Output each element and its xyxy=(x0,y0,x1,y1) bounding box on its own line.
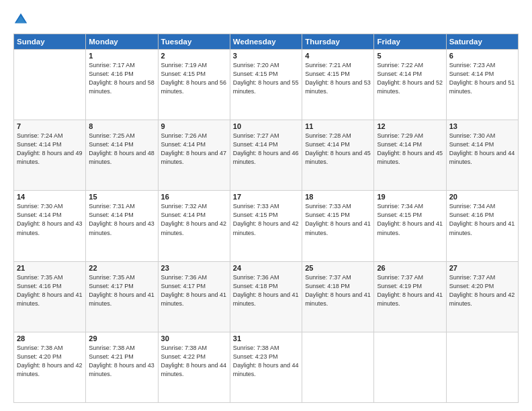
day-number: 11 xyxy=(305,122,371,130)
day-number: 28 xyxy=(17,334,83,342)
day-number: 19 xyxy=(377,193,443,201)
day-cell: 19Sunrise: 7:34 AMSunset: 4:15 PMDayligh… xyxy=(374,191,446,261)
week-row-2: 7Sunrise: 7:24 AMSunset: 4:14 PMDaylight… xyxy=(14,120,519,191)
day-number: 18 xyxy=(305,193,371,201)
day-number: 30 xyxy=(161,334,227,342)
weekday-header-tuesday: Tuesday xyxy=(158,34,230,50)
day-number: 29 xyxy=(89,334,154,342)
day-cell xyxy=(374,332,446,402)
day-cell: 13Sunrise: 7:30 AMSunset: 4:14 PMDayligh… xyxy=(446,120,518,191)
day-cell: 24Sunrise: 7:36 AMSunset: 4:18 PMDayligh… xyxy=(230,261,302,332)
day-info: Sunrise: 7:30 AMSunset: 4:14 PMDaylight:… xyxy=(17,202,83,237)
day-number: 14 xyxy=(17,193,83,201)
day-info: Sunrise: 7:27 AMSunset: 4:14 PMDaylight:… xyxy=(233,132,299,167)
day-cell: 2Sunrise: 7:19 AMSunset: 4:15 PMDaylight… xyxy=(158,50,230,120)
day-cell xyxy=(446,332,518,402)
day-cell: 25Sunrise: 7:37 AMSunset: 4:18 PMDayligh… xyxy=(302,261,374,332)
day-info: Sunrise: 7:35 AMSunset: 4:17 PMDaylight:… xyxy=(89,273,154,308)
weekday-header-monday: Monday xyxy=(86,34,158,50)
day-cell: 27Sunrise: 7:37 AMSunset: 4:20 PMDayligh… xyxy=(446,261,518,332)
day-number: 12 xyxy=(377,122,443,130)
day-info: Sunrise: 7:34 AMSunset: 4:15 PMDaylight:… xyxy=(377,202,443,237)
weekday-header-thursday: Thursday xyxy=(302,34,374,50)
day-info: Sunrise: 7:37 AMSunset: 4:18 PMDaylight:… xyxy=(305,273,371,308)
day-number: 8 xyxy=(89,122,154,130)
day-info: Sunrise: 7:24 AMSunset: 4:14 PMDaylight:… xyxy=(17,132,83,167)
day-cell: 30Sunrise: 7:38 AMSunset: 4:22 PMDayligh… xyxy=(158,332,230,402)
day-info: Sunrise: 7:34 AMSunset: 4:16 PMDaylight:… xyxy=(449,202,515,237)
day-cell: 16Sunrise: 7:32 AMSunset: 4:14 PMDayligh… xyxy=(158,191,230,261)
day-number: 25 xyxy=(305,264,371,272)
day-number: 17 xyxy=(233,193,299,201)
day-cell: 8Sunrise: 7:25 AMSunset: 4:14 PMDaylight… xyxy=(86,120,158,191)
weekday-header-saturday: Saturday xyxy=(446,34,518,50)
weekday-header-friday: Friday xyxy=(374,34,446,50)
day-cell: 10Sunrise: 7:27 AMSunset: 4:14 PMDayligh… xyxy=(230,120,302,191)
header xyxy=(13,12,519,27)
day-number: 21 xyxy=(17,264,83,272)
day-cell: 23Sunrise: 7:36 AMSunset: 4:17 PMDayligh… xyxy=(158,261,230,332)
week-row-5: 28Sunrise: 7:38 AMSunset: 4:20 PMDayligh… xyxy=(14,332,519,402)
day-number: 5 xyxy=(377,52,443,60)
day-info: Sunrise: 7:38 AMSunset: 4:22 PMDaylight:… xyxy=(161,344,227,379)
weekday-header-wednesday: Wednesday xyxy=(230,34,302,50)
day-info: Sunrise: 7:25 AMSunset: 4:14 PMDaylight:… xyxy=(89,132,154,167)
day-info: Sunrise: 7:38 AMSunset: 4:20 PMDaylight:… xyxy=(17,344,83,379)
day-cell: 20Sunrise: 7:34 AMSunset: 4:16 PMDayligh… xyxy=(446,191,518,261)
logo-icon xyxy=(13,12,28,27)
day-info: Sunrise: 7:31 AMSunset: 4:14 PMDaylight:… xyxy=(89,202,154,237)
day-number: 20 xyxy=(449,193,515,201)
day-cell: 3Sunrise: 7:20 AMSunset: 4:15 PMDaylight… xyxy=(230,50,302,120)
day-cell: 1Sunrise: 7:17 AMSunset: 4:16 PMDaylight… xyxy=(86,50,158,120)
day-info: Sunrise: 7:30 AMSunset: 4:14 PMDaylight:… xyxy=(449,132,515,167)
day-cell: 21Sunrise: 7:35 AMSunset: 4:16 PMDayligh… xyxy=(14,261,86,332)
day-info: Sunrise: 7:28 AMSunset: 4:14 PMDaylight:… xyxy=(305,132,371,167)
day-info: Sunrise: 7:29 AMSunset: 4:14 PMDaylight:… xyxy=(377,132,443,167)
day-info: Sunrise: 7:23 AMSunset: 4:14 PMDaylight:… xyxy=(449,61,515,96)
week-row-1: 1Sunrise: 7:17 AMSunset: 4:16 PMDaylight… xyxy=(14,50,519,120)
week-row-4: 21Sunrise: 7:35 AMSunset: 4:16 PMDayligh… xyxy=(14,261,519,332)
day-cell xyxy=(14,50,86,120)
day-info: Sunrise: 7:33 AMSunset: 4:15 PMDaylight:… xyxy=(233,202,299,237)
day-info: Sunrise: 7:20 AMSunset: 4:15 PMDaylight:… xyxy=(233,61,299,96)
day-cell: 15Sunrise: 7:31 AMSunset: 4:14 PMDayligh… xyxy=(86,191,158,261)
day-number: 7 xyxy=(17,122,83,130)
day-cell: 4Sunrise: 7:21 AMSunset: 4:15 PMDaylight… xyxy=(302,50,374,120)
day-info: Sunrise: 7:22 AMSunset: 4:14 PMDaylight:… xyxy=(377,61,443,96)
day-cell xyxy=(302,332,374,402)
day-cell: 14Sunrise: 7:30 AMSunset: 4:14 PMDayligh… xyxy=(14,191,86,261)
day-number: 24 xyxy=(233,264,299,272)
day-info: Sunrise: 7:26 AMSunset: 4:14 PMDaylight:… xyxy=(161,132,227,167)
day-cell: 6Sunrise: 7:23 AMSunset: 4:14 PMDaylight… xyxy=(446,50,518,120)
calendar-table: SundayMondayTuesdayWednesdayThursdayFrid… xyxy=(13,34,519,403)
day-number: 22 xyxy=(89,264,154,272)
day-info: Sunrise: 7:37 AMSunset: 4:20 PMDaylight:… xyxy=(449,273,515,308)
day-cell: 31Sunrise: 7:38 AMSunset: 4:23 PMDayligh… xyxy=(230,332,302,402)
day-info: Sunrise: 7:19 AMSunset: 4:15 PMDaylight:… xyxy=(161,61,227,96)
day-number: 9 xyxy=(161,122,227,130)
day-info: Sunrise: 7:33 AMSunset: 4:15 PMDaylight:… xyxy=(305,202,371,237)
day-number: 2 xyxy=(161,52,227,60)
day-info: Sunrise: 7:36 AMSunset: 4:17 PMDaylight:… xyxy=(161,273,227,308)
day-number: 31 xyxy=(233,334,299,342)
day-cell: 12Sunrise: 7:29 AMSunset: 4:14 PMDayligh… xyxy=(374,120,446,191)
day-cell: 22Sunrise: 7:35 AMSunset: 4:17 PMDayligh… xyxy=(86,261,158,332)
day-number: 16 xyxy=(161,193,227,201)
day-number: 23 xyxy=(161,264,227,272)
day-cell: 28Sunrise: 7:38 AMSunset: 4:20 PMDayligh… xyxy=(14,332,86,402)
day-info: Sunrise: 7:37 AMSunset: 4:19 PMDaylight:… xyxy=(377,273,443,308)
weekday-header-sunday: Sunday xyxy=(14,34,86,50)
day-number: 26 xyxy=(377,264,443,272)
day-number: 15 xyxy=(89,193,154,201)
day-cell: 5Sunrise: 7:22 AMSunset: 4:14 PMDaylight… xyxy=(374,50,446,120)
page: SundayMondayTuesdayWednesdayThursdayFrid… xyxy=(0,0,532,411)
day-cell: 9Sunrise: 7:26 AMSunset: 4:14 PMDaylight… xyxy=(158,120,230,191)
day-cell: 11Sunrise: 7:28 AMSunset: 4:14 PMDayligh… xyxy=(302,120,374,191)
day-info: Sunrise: 7:32 AMSunset: 4:14 PMDaylight:… xyxy=(161,202,227,237)
day-number: 10 xyxy=(233,122,299,130)
day-info: Sunrise: 7:35 AMSunset: 4:16 PMDaylight:… xyxy=(17,273,83,308)
day-cell: 7Sunrise: 7:24 AMSunset: 4:14 PMDaylight… xyxy=(14,120,86,191)
logo xyxy=(13,12,31,27)
day-info: Sunrise: 7:38 AMSunset: 4:21 PMDaylight:… xyxy=(89,344,154,379)
day-number: 6 xyxy=(449,52,515,60)
